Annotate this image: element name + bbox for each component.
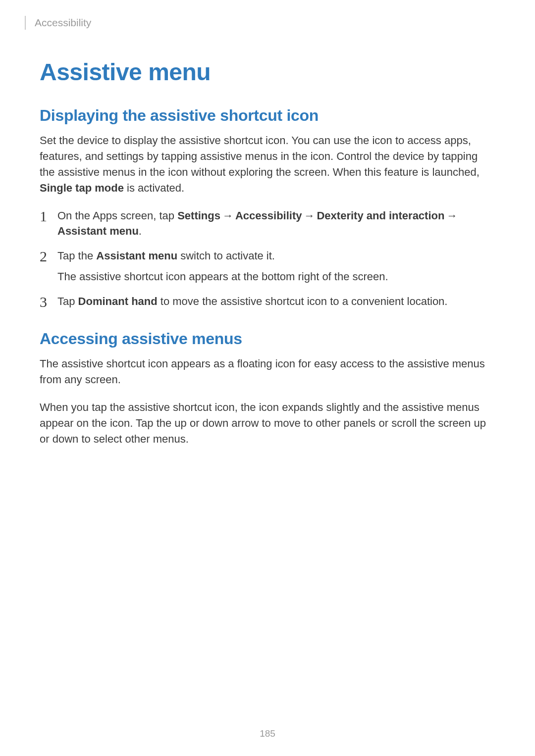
page-title: Assistive menu [40, 58, 495, 86]
intro-paragraph: Set the device to display the assistive … [40, 133, 495, 196]
step2-line1-post: switch to activate it. [177, 250, 275, 262]
arrow-icon: → [304, 208, 315, 224]
steps-list: 1 On the Apps screen, tap Settings→Acces… [40, 208, 495, 310]
step-number: 1 [40, 208, 57, 224]
step-number: 3 [40, 294, 57, 310]
section-heading-accessing: Accessing assistive menus [40, 330, 495, 348]
intro-text-bold: Single tap mode [40, 182, 124, 194]
step3-bold: Dominant hand [78, 295, 158, 307]
arrow-icon: → [446, 208, 457, 224]
step1-path-0: Settings [177, 209, 220, 222]
section2-p2: When you tap the assistive shortcut icon… [40, 400, 495, 447]
header-divider [25, 16, 26, 30]
step2-line1-pre: Tap the [57, 250, 96, 262]
breadcrumb: Accessibility [35, 17, 91, 29]
step1-pre: On the Apps screen, tap [57, 209, 177, 222]
step1-post: . [139, 225, 142, 237]
header-bar: Accessibility [40, 16, 495, 30]
intro-text-post: is activated. [124, 182, 184, 194]
step-3: 3 Tap Dominant hand to move the assistiv… [40, 294, 495, 310]
step-1: 1 On the Apps screen, tap Settings→Acces… [40, 208, 495, 240]
step-body: Tap the Assistant menu switch to activat… [57, 248, 495, 285]
step1-path-1: Accessibility [235, 209, 302, 222]
step-2: 2 Tap the Assistant menu switch to activ… [40, 248, 495, 285]
arrow-icon: → [222, 208, 233, 224]
step3-pre: Tap [57, 295, 78, 307]
step2-line2: The assistive shortcut icon appears at t… [57, 269, 495, 285]
page-content: Accessibility Assistive menu Displaying … [0, 0, 535, 447]
page-number: 185 [0, 728, 535, 739]
step1-path-3: Assistant menu [57, 225, 139, 237]
section-heading-displaying: Displaying the assistive shortcut icon [40, 106, 495, 125]
step2-line1-bold: Assistant menu [96, 250, 177, 262]
section2-p1: The assistive shortcut icon appears as a… [40, 356, 495, 388]
step-body: Tap Dominant hand to move the assistive … [57, 294, 495, 309]
section-accessing: Accessing assistive menus The assistive … [40, 330, 495, 447]
step-number: 2 [40, 248, 57, 264]
step3-post: to move the assistive shortcut icon to a… [158, 295, 448, 307]
step-body: On the Apps screen, tap Settings→Accessi… [57, 208, 495, 240]
step1-path-2: Dexterity and interaction [317, 209, 444, 222]
intro-text-pre: Set the device to display the assistive … [40, 134, 480, 178]
